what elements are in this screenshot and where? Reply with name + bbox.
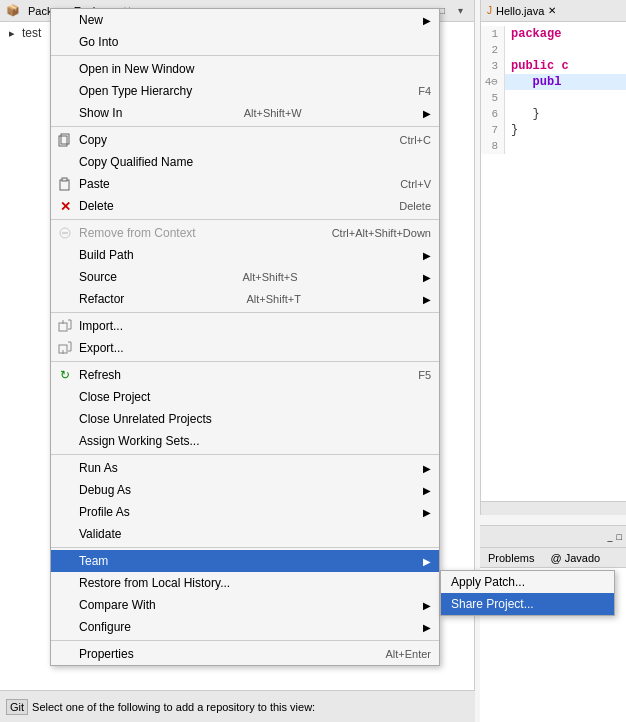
menu-item-copy[interactable]: Copy Ctrl+C [51, 129, 439, 151]
menu-item-remove-context[interactable]: Remove from Context Ctrl+Alt+Shift+Down [51, 222, 439, 244]
run-as-arrow: ▶ [423, 463, 431, 474]
submenu-item-apply-patch[interactable]: Apply Patch... [441, 571, 614, 593]
menu-item-assign-working-sets[interactable]: Assign Working Sets... [51, 430, 439, 452]
console-maximize-icon[interactable]: □ [617, 532, 622, 542]
editor-hscroll[interactable] [481, 501, 626, 515]
svg-rect-6 [59, 323, 67, 331]
editor-line-2: 2 [481, 42, 626, 58]
menu-item-new[interactable]: New ▶ [51, 9, 439, 31]
editor-close-icon[interactable]: ✕ [548, 5, 556, 16]
editor-header: J Hello.java ✕ [481, 0, 626, 22]
menu-item-open-window[interactable]: Open in New Window [51, 58, 439, 80]
menu-item-profile-as[interactable]: Profile As ▶ [51, 501, 439, 523]
separator-7 [51, 547, 439, 548]
import-icon [57, 318, 73, 334]
separator-1 [51, 55, 439, 56]
restore-local-label: Restore from Local History... [79, 576, 230, 590]
remove-context-shortcut: Ctrl+Alt+Shift+Down [332, 227, 431, 239]
menu-item-restore-local[interactable]: Restore from Local History... [51, 572, 439, 594]
menu-item-build-path[interactable]: Build Path ▶ [51, 244, 439, 266]
git-panel: Git Select one of the following to add a… [0, 690, 475, 722]
separator-3 [51, 219, 439, 220]
open-window-label: Open in New Window [79, 62, 194, 76]
apply-patch-label: Apply Patch... [451, 575, 525, 589]
svg-rect-3 [62, 178, 67, 181]
configure-arrow: ▶ [423, 622, 431, 633]
menu-item-copy-qualified[interactable]: Copy Qualified Name [51, 151, 439, 173]
line-num-7: 7 [481, 122, 505, 138]
separator-6 [51, 454, 439, 455]
editor-content[interactable]: 1 package 2 3 public c 4⊖ publ 5 6 [481, 22, 626, 158]
separator-2 [51, 126, 439, 127]
team-submenu: Apply Patch... Share Project... [440, 570, 615, 616]
properties-label: Properties [79, 647, 134, 661]
debug-as-arrow: ▶ [423, 485, 431, 496]
menu-item-go-into[interactable]: Go Into [51, 31, 439, 53]
line-content-7: } [505, 122, 518, 138]
git-icon: Git [6, 699, 28, 715]
menu-item-show-in[interactable]: Show In Alt+Shift+W ▶ [51, 102, 439, 124]
menu-item-import[interactable]: Import... [51, 315, 439, 337]
java-editor-panel: J Hello.java ✕ 1 package 2 3 public c 4⊖… [480, 0, 626, 515]
debug-as-label: Debug As [79, 483, 131, 497]
menu-item-delete[interactable]: ✕ Delete Delete [51, 195, 439, 217]
team-arrow: ▶ [423, 556, 431, 567]
remove-context-label: Remove from Context [79, 226, 196, 240]
open-hierarchy-shortcut: F4 [418, 85, 431, 97]
menu-item-export[interactable]: Export... [51, 337, 439, 359]
source-arrow: ▶ [423, 272, 431, 283]
separator-5 [51, 361, 439, 362]
editor-line-6: 6 } [481, 106, 626, 122]
menu-item-refactor[interactable]: Refactor Alt+Shift+T ▶ [51, 288, 439, 310]
export-icon [57, 340, 73, 356]
assign-working-sets-label: Assign Working Sets... [79, 434, 200, 448]
run-as-label: Run As [79, 461, 118, 475]
menu-item-validate[interactable]: Validate [51, 523, 439, 545]
editor-line-7: 7 } [481, 122, 626, 138]
tree-expand-icon: ▸ [4, 25, 20, 41]
submenu-item-share-project[interactable]: Share Project... [441, 593, 614, 615]
copy-qualified-label: Copy Qualified Name [79, 155, 193, 169]
line-num-1: 1 [481, 26, 505, 42]
console-panel: _ □ Problems @ Javado <terminated> Hello… [480, 525, 626, 722]
line-num-2: 2 [481, 42, 505, 58]
configure-label: Configure [79, 620, 131, 634]
share-project-label: Share Project... [451, 597, 534, 611]
editor-line-1: 1 package [481, 26, 626, 42]
editor-line-5: 5 [481, 90, 626, 106]
view-menu-icon[interactable]: ▾ [452, 3, 468, 19]
line-num-5: 5 [481, 90, 505, 106]
team-label: Team [79, 554, 108, 568]
menu-item-source[interactable]: Source Alt+Shift+S ▶ [51, 266, 439, 288]
menu-item-refresh[interactable]: ↻ Refresh F5 [51, 364, 439, 386]
show-in-arrow: ▶ [423, 108, 431, 119]
tab-problems[interactable]: Problems [484, 550, 538, 566]
refresh-icon: ↻ [57, 367, 73, 383]
compare-with-arrow: ▶ [423, 600, 431, 611]
line-content-3: public c [505, 58, 569, 74]
menu-item-debug-as[interactable]: Debug As ▶ [51, 479, 439, 501]
console-minimize-icon[interactable]: _ [608, 532, 613, 542]
open-hierarchy-label: Open Type Hierarchy [79, 84, 192, 98]
validate-label: Validate [79, 527, 121, 541]
console-header: _ □ [480, 526, 626, 548]
source-label: Source [79, 270, 117, 284]
line-content-1: package [505, 26, 561, 42]
console-tabs: Problems @ Javado [480, 548, 626, 568]
menu-item-properties[interactable]: Properties Alt+Enter [51, 643, 439, 665]
menu-item-compare-with[interactable]: Compare With ▶ [51, 594, 439, 616]
separator-8 [51, 640, 439, 641]
editor-title: Hello.java [496, 5, 544, 17]
menu-item-open-hierarchy[interactable]: Open Type Hierarchy F4 [51, 80, 439, 102]
menu-item-paste[interactable]: Paste Ctrl+V [51, 173, 439, 195]
menu-item-configure[interactable]: Configure ▶ [51, 616, 439, 638]
compare-with-label: Compare With [79, 598, 156, 612]
menu-item-close-unrelated[interactable]: Close Unrelated Projects [51, 408, 439, 430]
menu-item-run-as[interactable]: Run As ▶ [51, 457, 439, 479]
menu-item-team[interactable]: Team ▶ [51, 550, 439, 572]
ide-background: 📦 Package Explorer ✕ _ □ ▾ ▸ test J Hell… [0, 0, 626, 722]
editor-line-4: 4⊖ publ [481, 74, 626, 90]
menu-item-close-project[interactable]: Close Project [51, 386, 439, 408]
export-label: Export... [79, 341, 124, 355]
package-icon: 📦 [6, 4, 20, 17]
